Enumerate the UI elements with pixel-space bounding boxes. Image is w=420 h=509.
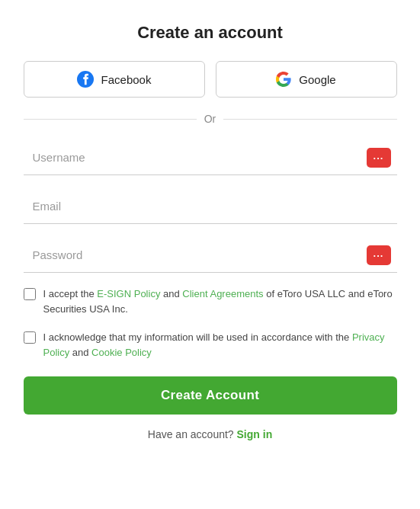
password-field-group: ··· bbox=[24, 238, 397, 273]
email-field-group bbox=[24, 189, 397, 224]
sign-in-row: Have an account? Sign in bbox=[24, 428, 397, 440]
facebook-button[interactable]: Facebook bbox=[24, 61, 205, 98]
cookie-policy-link[interactable]: Cookie Policy bbox=[91, 347, 152, 358]
create-account-button[interactable]: Create Account bbox=[24, 376, 397, 415]
password-input[interactable] bbox=[24, 238, 397, 273]
esign-checkbox[interactable] bbox=[24, 288, 36, 300]
username-input[interactable] bbox=[24, 140, 397, 175]
esign-text-before: I accept the bbox=[43, 288, 98, 299]
facebook-icon bbox=[77, 71, 94, 88]
username-more-icon[interactable]: ··· bbox=[367, 148, 391, 168]
main-container: Create an account Facebook Google Or ··· bbox=[24, 23, 397, 440]
privacy-label: I acknowledge that my information will b… bbox=[43, 330, 397, 360]
google-button[interactable]: Google bbox=[216, 61, 397, 98]
have-account-text: Have an account? bbox=[148, 428, 234, 440]
divider-text: Or bbox=[204, 113, 216, 125]
facebook-label: Facebook bbox=[101, 73, 152, 86]
privacy-checkbox-row: I acknowledge that my information will b… bbox=[24, 330, 397, 360]
password-more-icon[interactable]: ··· bbox=[367, 245, 391, 265]
privacy-text-mid: and bbox=[69, 347, 91, 358]
google-label: Google bbox=[299, 73, 335, 86]
sign-in-link[interactable]: Sign in bbox=[237, 428, 273, 440]
client-agreements-link[interactable]: Client Agreements bbox=[182, 288, 263, 299]
esign-label: I accept the E-SIGN Policy and Client Ag… bbox=[43, 287, 397, 316]
dots-icon: ··· bbox=[374, 152, 384, 164]
social-buttons-group: Facebook Google bbox=[24, 61, 397, 98]
esign-policy-link[interactable]: E-SIGN Policy bbox=[97, 288, 160, 299]
divider: Or bbox=[24, 113, 397, 125]
checkboxes-section: I accept the E-SIGN Policy and Client Ag… bbox=[24, 287, 397, 360]
esign-text-mid: and bbox=[160, 288, 182, 299]
google-icon bbox=[276, 72, 291, 87]
privacy-text-before: I acknowledge that my information will b… bbox=[43, 331, 352, 343]
email-input[interactable] bbox=[24, 189, 397, 224]
page-title: Create an account bbox=[24, 23, 397, 43]
password-dots-icon: ··· bbox=[374, 250, 384, 261]
esign-checkbox-row: I accept the E-SIGN Policy and Client Ag… bbox=[24, 287, 397, 316]
username-field-group: ··· bbox=[24, 140, 397, 175]
privacy-checkbox[interactable] bbox=[24, 331, 36, 344]
